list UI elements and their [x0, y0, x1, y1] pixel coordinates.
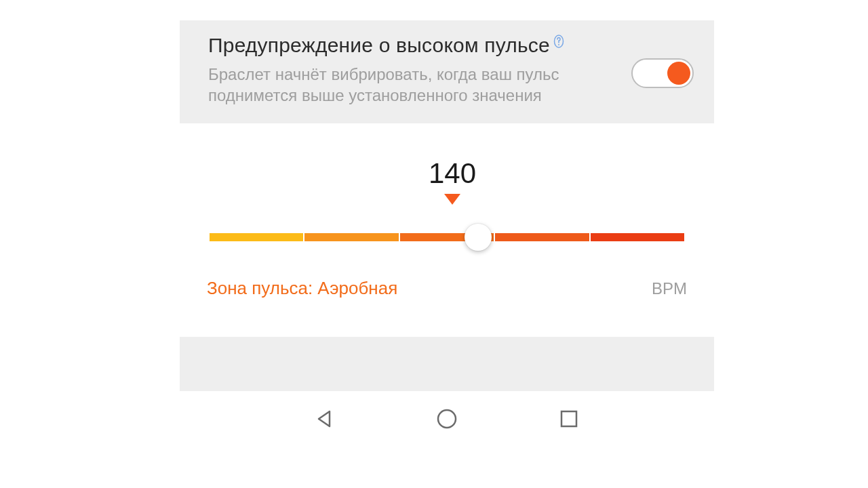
svg-point-1 [558, 44, 559, 45]
slider-thumb[interactable] [465, 224, 492, 251]
section-divider [180, 337, 714, 391]
slider-value: 140 [212, 157, 692, 190]
alert-toggle[interactable] [631, 58, 694, 88]
android-navbar [180, 395, 714, 443]
zone-label: Зона пульса: Аэробная [207, 278, 397, 299]
slider-labels-row: Зона пульса: Аэробная BPM [207, 278, 687, 299]
zone-segment-1 [210, 233, 303, 241]
zone-prefix: Зона пульса: [207, 278, 317, 298]
home-circle-icon [435, 407, 458, 430]
slider-track-wrap[interactable] [207, 224, 687, 251]
svg-rect-3 [561, 411, 576, 426]
card-title-row: Предупреждение о высоком пульсе [208, 34, 631, 57]
zone-segment-2 [304, 233, 398, 241]
nav-back-button[interactable] [311, 405, 338, 432]
toggle-knob [667, 62, 690, 85]
zone-segment-4 [495, 233, 589, 241]
high-heart-rate-alert-card: Предупреждение о высоком пульсе Браслет … [180, 20, 714, 123]
slider-track [210, 233, 684, 241]
alert-description: Браслет начнёт вибрировать, когда ваш пу… [208, 64, 588, 106]
nav-recent-button[interactable] [555, 405, 583, 432]
value-pointer-icon [444, 194, 460, 205]
alert-title: Предупреждение о высоком пульсе [208, 34, 550, 57]
zone-name: Аэробная [317, 278, 397, 298]
unit-label: BPM [652, 279, 687, 298]
settings-screen: Предупреждение о высоком пульсе Браслет … [180, 20, 714, 443]
card-text-block: Предупреждение о высоком пульсе Браслет … [208, 34, 631, 106]
help-icon[interactable] [553, 34, 565, 49]
zone-segment-5 [591, 233, 684, 241]
recent-square-icon [559, 409, 579, 429]
nav-home-button[interactable] [433, 405, 460, 432]
heart-rate-slider-area: 140 Зона пульса: Аэробная BPM [180, 123, 714, 323]
svg-point-2 [438, 410, 456, 428]
back-triangle-icon [315, 409, 335, 429]
